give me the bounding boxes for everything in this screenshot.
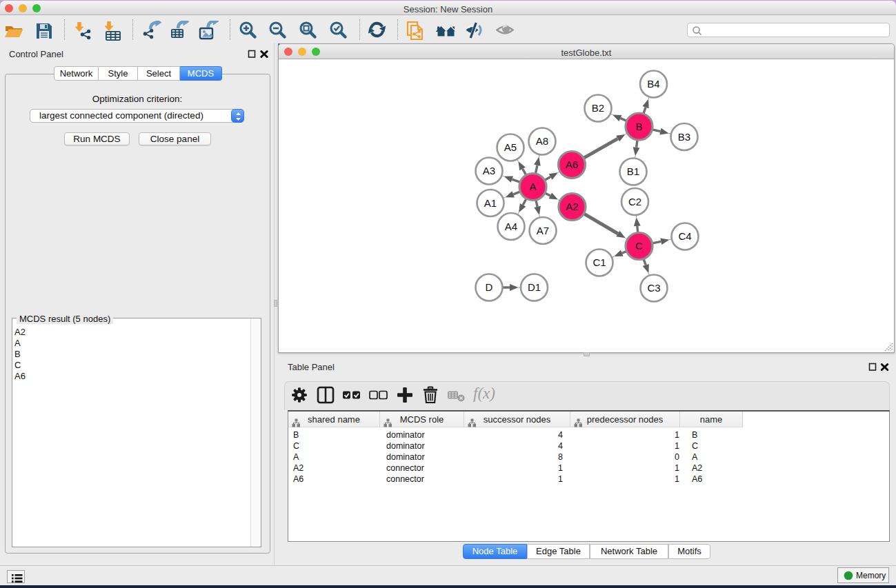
svg-text:B2: B2: [592, 102, 604, 114]
svg-text:B3: B3: [678, 131, 690, 143]
svg-text:A3: A3: [483, 165, 495, 176]
svg-text:A1: A1: [484, 197, 497, 209]
svg-text:B: B: [635, 121, 642, 132]
svg-text:D: D: [486, 281, 493, 293]
svg-text:A5: A5: [504, 141, 517, 153]
svg-text:C1: C1: [593, 256, 606, 268]
svg-text:B4: B4: [647, 78, 659, 90]
svg-text:A2: A2: [566, 201, 578, 212]
svg-text:A7: A7: [537, 225, 549, 236]
svg-text:A6: A6: [566, 159, 578, 170]
svg-text:A4: A4: [505, 221, 517, 232]
svg-text:D1: D1: [528, 281, 541, 293]
svg-text:C4: C4: [678, 230, 691, 242]
svg-text:B1: B1: [627, 165, 639, 177]
svg-text:C: C: [635, 240, 643, 252]
svg-text:A8: A8: [536, 135, 548, 147]
svg-text:C3: C3: [647, 282, 660, 294]
svg-text:C2: C2: [628, 196, 641, 207]
svg-text:A: A: [529, 181, 536, 192]
